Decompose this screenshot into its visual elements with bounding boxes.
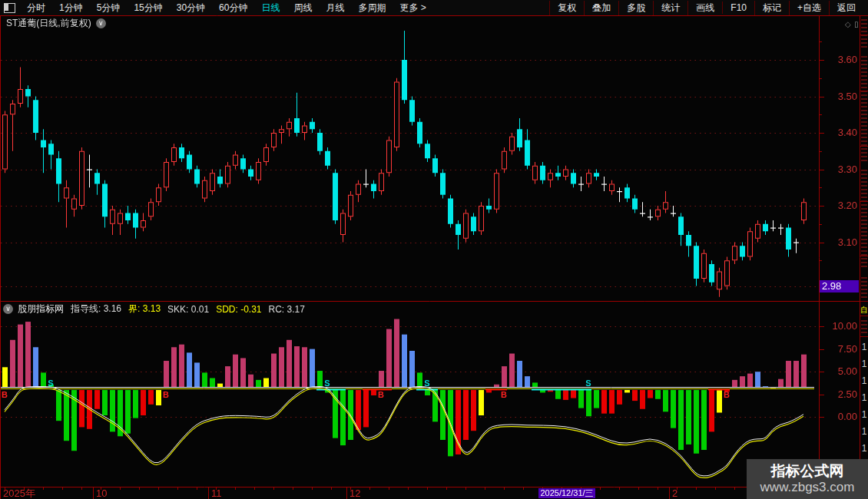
tab-30min[interactable]: 30分钟 — [170, 1, 212, 15]
side-panel-count-digit: 1 — [860, 342, 868, 352]
watermark-site-url: www.zbgs3.com — [760, 480, 855, 495]
tab-more[interactable]: 更多 > — [393, 1, 432, 15]
indicator-header: ∨ 股朋指标网 指导线: 3.16 界: 3.13 SKK: 0.01 SDD:… — [0, 302, 814, 316]
side-panel-tab-label[interactable]: 自 — [860, 305, 868, 316]
tab-5min[interactable]: 5分钟 — [90, 1, 128, 15]
strip-divider — [860, 146, 868, 147]
watermark-site-name: 指标公式网 — [771, 463, 844, 480]
indicator-collapse-icon[interactable]: ∨ — [3, 304, 13, 314]
indicator-field-sdd: SDD: -0.31 — [216, 304, 261, 315]
tab-1min[interactable]: 1分钟 — [52, 1, 90, 15]
period-toolbar: 分时 1分钟 5分钟 15分钟 30分钟 60分钟 日线 周线 月线 多周期 更… — [0, 0, 868, 15]
diamond-icon[interactable]: ◇ — [845, 20, 851, 28]
tab-60min[interactable]: 60分钟 — [212, 1, 254, 15]
side-panel-count-digit: 1 — [860, 409, 868, 420]
btn-draw-line[interactable]: 画线 — [687, 1, 722, 15]
indicator-field-jie: 界: 3.13 — [128, 302, 161, 316]
chevron-down-icon[interactable]: ∨ — [96, 18, 106, 28]
tab-weekly[interactable]: 周线 — [287, 1, 319, 15]
strip-divider — [860, 316, 868, 316]
side-panel-count-digit: 1 — [860, 375, 868, 386]
indicator-source-label: 股朋指标网 — [18, 302, 64, 316]
chart-title-row: ST通葡(日线,前复权) ∨ — [0, 16, 814, 30]
tab-multi-period[interactable]: 多周期 — [351, 1, 393, 15]
indicator-field-rc: RC: 3.17 — [269, 304, 305, 315]
btn-f10[interactable]: F10 — [722, 2, 754, 14]
strip-divider — [860, 256, 868, 256]
strip-divider — [860, 336, 868, 337]
watermark: 指标公式网 www.zbgs3.com — [747, 459, 868, 499]
btn-back[interactable]: 返回 — [829, 1, 863, 15]
strip-divider — [860, 91, 868, 91]
pane-maximize-icon[interactable]: ▯ — [854, 20, 859, 28]
side-panel-count-digit: 1 — [860, 359, 868, 369]
stock-app-window: 分时 1分钟 5分钟 15分钟 30分钟 60分钟 日线 周线 月线 多周期 更… — [0, 0, 868, 499]
side-panel-count-digit: 1 — [860, 392, 868, 403]
tab-daily-active[interactable]: 日线 — [254, 1, 287, 15]
side-panel-count-digit: 1 — [860, 443, 868, 454]
btn-fuquan[interactable]: 复权 — [549, 1, 584, 15]
strip-divider — [860, 201, 868, 202]
strip-divider — [860, 301, 868, 302]
tab-monthly[interactable]: 月线 — [319, 1, 351, 15]
side-panel-count-digit: 1 — [860, 426, 868, 437]
btn-statistics[interactable]: 统计 — [653, 1, 687, 15]
indicator-field-guideline: 指导线: 3.16 — [71, 302, 121, 316]
btn-add-watchlist[interactable]: +自选 — [789, 1, 829, 15]
btn-overlay[interactable]: 叠加 — [584, 1, 618, 15]
btn-multi-stock[interactable]: 多股 — [618, 1, 653, 15]
btn-mark[interactable]: 标记 — [754, 1, 789, 15]
side-panel-texture — [861, 277, 867, 300]
side-panel-texture — [861, 56, 867, 164]
stock-title: ST通葡(日线,前复权) — [6, 17, 91, 30]
candlestick-and-indicator-chart-canvas[interactable] — [0, 0, 868, 499]
indicator-field-skk: SKK: 0.01 — [167, 304, 209, 315]
layout-toggle-icon[interactable] — [4, 3, 15, 13]
side-panel-texture — [861, 170, 867, 269]
tab-15min[interactable]: 15分钟 — [127, 1, 169, 15]
collapsed-side-panel-handle[interactable]: 自 1111111 — [860, 16, 868, 499]
tab-fenshi[interactable]: 分时 — [20, 1, 52, 15]
period-toolbar-left: 分时 1分钟 5分钟 15分钟 30分钟 60分钟 日线 周线 月线 多周期 更… — [0, 1, 433, 15]
strip-divider — [860, 35, 868, 35]
period-toolbar-right: 复权 叠加 多股 统计 画线 F10 标记 +自选 返回 — [549, 1, 863, 15]
side-panel-texture — [861, 320, 867, 334]
